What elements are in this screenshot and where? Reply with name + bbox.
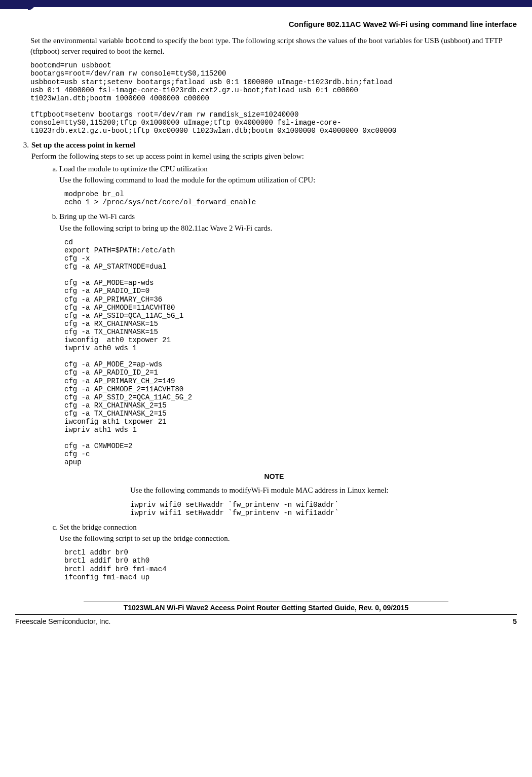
substep-list-c: c. Set the bridge connection Use the fol…	[31, 522, 517, 544]
marker-b: b.	[47, 211, 58, 221]
step-list: Set up the access point in kernel Perfor…	[16, 140, 517, 581]
page-header-title: Configure 802.11AC Wave2 Wi-Fi using com…	[10, 19, 517, 29]
step-3-title: Set up the access point in kernel	[31, 141, 135, 149]
substep-list: a. Load the module to optimize the CPU u…	[31, 164, 517, 186]
step-3b-code: cd export PATH=$PATH:/etc/ath cfg -x cfg…	[64, 238, 517, 467]
intro-paragraph: Set the environmental variable bootcmd t…	[30, 35, 517, 56]
step-3c: c. Set the bridge connection Use the fol…	[59, 522, 517, 544]
footer-rule-top	[84, 602, 448, 602]
marker-c: c.	[47, 522, 58, 532]
bootcmd-code-block: bootcmd=run usbboot bootargs=root=/dev/r…	[30, 61, 517, 135]
intro-prefix: Set the environmental variable	[30, 36, 125, 45]
page-footer: T1023WLAN Wi-Fi Wave2 Access Point Route…	[10, 597, 522, 626]
marker-a: a.	[47, 164, 58, 174]
step-3b-title: Bring up the Wi-Fi cards	[59, 212, 135, 220]
intro-code-word: bootcmd	[125, 37, 155, 45]
footer-rule-bottom	[15, 614, 517, 615]
step-3a-title: Load the module to optimize the CPU util…	[59, 165, 208, 173]
footer-page-number: 5	[513, 617, 517, 626]
step-3a-code: modprobe br_ol echo 1 > /proc/sys/net/co…	[64, 190, 517, 206]
header-decorative-bar	[0, 0, 532, 9]
note-text: Use the following commands to modifyWi-F…	[130, 485, 517, 495]
step-3: Set up the access point in kernel Perfor…	[16, 140, 517, 581]
step-3c-desc: Use the following script to set up the b…	[59, 533, 517, 543]
step-3c-title: Set the bridge connection	[59, 523, 137, 531]
step-3a: a. Load the module to optimize the CPU u…	[59, 164, 517, 186]
step-3b: b. Bring up the Wi-Fi cards Use the foll…	[59, 211, 517, 233]
substep-list-b: b. Bring up the Wi-Fi cards Use the foll…	[31, 211, 517, 233]
step-3c-code: brctl addbr br0 brctl addif br0 ath0 brc…	[64, 548, 517, 581]
footer-doc-title: T1023WLAN Wi-Fi Wave2 Access Point Route…	[15, 603, 517, 613]
note-label: NOTE	[31, 472, 517, 482]
note-block: Use the following commands to modifyWi-F…	[130, 485, 517, 495]
step-3a-desc: Use the following command to load the mo…	[59, 175, 517, 185]
step-3-intro: Perform the following steps to set up ac…	[31, 151, 517, 161]
footer-company: Freescale Semiconductor, Inc.	[15, 617, 110, 626]
note-code: iwpriv wifi0 setHwaddr `fw_printenv -n w…	[130, 501, 517, 517]
step-3b-desc: Use the following script to bring up the…	[59, 223, 517, 233]
